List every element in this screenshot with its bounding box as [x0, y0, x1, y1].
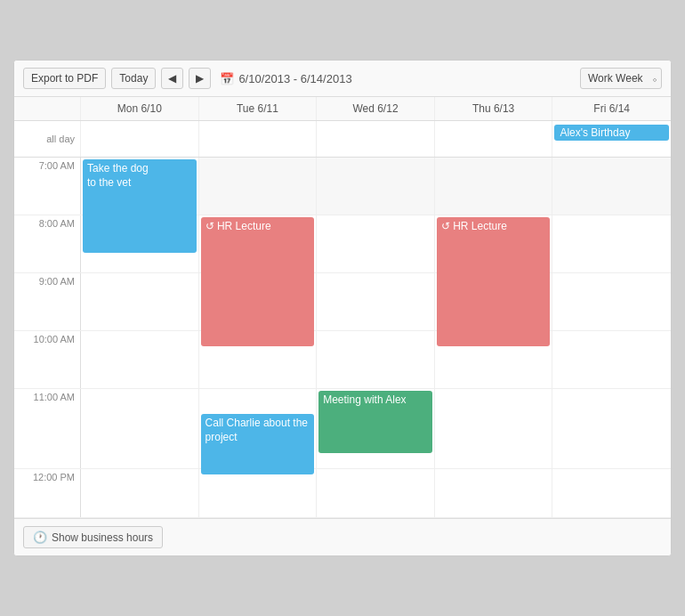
header-thu: Thu 6/13 — [435, 97, 553, 120]
allday-cell-wed — [317, 121, 435, 157]
header-mon: Mon 6/10 — [81, 97, 199, 120]
time-cell-1100am-fri — [552, 389, 671, 468]
time-cell-1100am-tue: Call Charlie about the project — [199, 389, 318, 468]
time-label-700am: 7:00 AM — [14, 158, 81, 215]
view-select-wrap[interactable]: Work Week Day Week Month — [580, 68, 662, 89]
time-cell-800am-thu: ↺ HR Lecture — [435, 215, 553, 272]
time-cell-1200pm-mon — [81, 469, 199, 517]
show-business-hours-label: Show business hours — [52, 531, 153, 544]
prev-button[interactable]: ◀ — [161, 68, 183, 89]
time-row-1100am: 11:00 AM Call Charlie about the project … — [14, 389, 671, 469]
allday-cell-mon — [81, 121, 199, 157]
time-label-800am: 8:00 AM — [14, 215, 81, 272]
allday-cell-tue — [199, 121, 318, 157]
allday-label: all day — [14, 121, 81, 157]
time-cell-1200pm-wed — [317, 469, 435, 517]
time-grid: 7:00 AM Take the dogto the vet 8:00 AM ↺ — [14, 158, 671, 518]
time-cell-1100am-wed: Meeting with Alex — [317, 389, 435, 468]
time-cell-800am-fri — [552, 215, 671, 272]
time-row-1200pm: 12:00 PM — [14, 469, 671, 518]
calendar-icon: 📅 — [220, 72, 234, 85]
time-cell-700am-tue — [199, 158, 318, 215]
time-cell-700am-mon: Take the dogto the vet — [81, 158, 199, 215]
time-cell-1200pm-thu — [435, 469, 553, 517]
today-button[interactable]: Today — [111, 68, 156, 89]
time-cell-1000am-fri — [552, 331, 671, 388]
time-row-1000am: 10:00 AM — [14, 331, 671, 389]
time-cell-1200pm-tue — [199, 469, 318, 517]
time-label-1000am: 10:00 AM — [14, 331, 81, 388]
time-cell-900am-mon — [81, 273, 199, 330]
clock-icon: 🕐 — [33, 531, 47, 544]
time-label-900am: 9:00 AM — [14, 273, 81, 330]
allday-event-alexbirthday[interactable]: Alex's Birthday — [554, 125, 669, 141]
time-row-700am: 7:00 AM Take the dogto the vet — [14, 158, 671, 215]
time-cell-700am-fri — [552, 158, 671, 215]
view-select[interactable]: Work Week Day Week Month — [580, 68, 662, 89]
toolbar: Export to PDF Today ◀ ▶ 📅 6/10/2013 - 6/… — [14, 61, 671, 97]
time-cell-800am-tue: ↺ HR Lecture — [199, 215, 318, 272]
export-pdf-button[interactable]: Export to PDF — [23, 68, 106, 89]
time-cell-700am-thu — [435, 158, 553, 215]
bottom-bar: 🕐 Show business hours — [14, 518, 671, 555]
allday-cell-fri: Alex's Birthday — [552, 121, 671, 157]
show-business-hours-button[interactable]: 🕐 Show business hours — [23, 526, 163, 548]
allday-cell-thu — [435, 121, 553, 157]
header-gutter — [14, 97, 81, 120]
time-label-1100am: 11:00 AM — [14, 389, 81, 468]
next-button[interactable]: ▶ — [189, 68, 211, 89]
header-wed: Wed 6/12 — [317, 97, 435, 120]
time-cell-700am-wed — [317, 158, 435, 215]
event-meeting-alex[interactable]: Meeting with Alex — [318, 391, 432, 453]
time-cell-1200pm-fri — [552, 469, 671, 517]
time-cell-1100am-mon — [81, 389, 199, 468]
event-hr-lecture-tue[interactable]: ↺ HR Lecture — [201, 217, 315, 346]
event-call-charlie[interactable]: Call Charlie about the project — [201, 414, 315, 474]
event-take-dog[interactable]: Take the dogto the vet — [83, 159, 197, 253]
time-row-900am: 9:00 AM — [14, 273, 671, 331]
time-cell-900am-wed — [317, 273, 435, 330]
allday-row: all day Alex's Birthday — [14, 121, 671, 158]
time-cell-900am-fri — [552, 273, 671, 330]
date-range-text: 6/10/2013 - 6/14/2013 — [238, 72, 351, 85]
header-tue: Tue 6/11 — [199, 97, 318, 120]
time-cell-800am-wed — [317, 215, 435, 272]
time-cell-1000am-wed — [317, 331, 435, 388]
header-fri: Fri 6/14 — [552, 97, 671, 120]
calendar-grid: Mon 6/10 Tue 6/11 Wed 6/12 Thu 6/13 Fri … — [14, 97, 671, 518]
time-label-1200pm: 12:00 PM — [14, 469, 81, 517]
time-cell-1100am-thu — [435, 389, 553, 468]
date-range: 📅 6/10/2013 - 6/14/2013 — [220, 72, 351, 85]
time-cell-1000am-mon — [81, 331, 199, 388]
event-hr-lecture-thu[interactable]: ↺ HR Lecture — [437, 217, 551, 346]
grid-header: Mon 6/10 Tue 6/11 Wed 6/12 Thu 6/13 Fri … — [14, 97, 671, 121]
calendar-container: Export to PDF Today ◀ ▶ 📅 6/10/2013 - 6/… — [13, 60, 672, 556]
